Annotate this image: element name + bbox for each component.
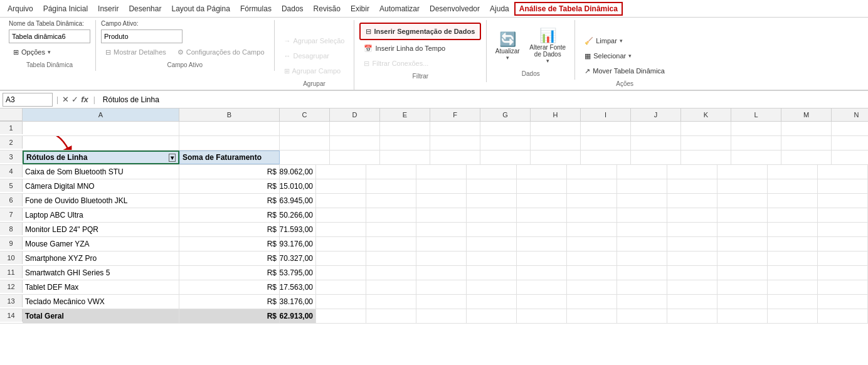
cell-i1[interactable] (581, 122, 631, 135)
cell-d1[interactable] (330, 122, 380, 135)
cell-b6[interactable]: R$ (179, 194, 280, 208)
cell-i13[interactable] (567, 295, 617, 309)
cell-b3[interactable]: Soma de Faturamento (179, 151, 280, 164)
cell-h1[interactable] (531, 122, 581, 135)
cell-m9[interactable] (768, 237, 818, 251)
cell-h7[interactable] (517, 208, 567, 222)
cell-i7[interactable] (567, 208, 617, 222)
cell-l7[interactable] (717, 208, 768, 222)
cell-k6[interactable] (667, 194, 717, 208)
menu-desenhar[interactable]: Desenhar (124, 2, 166, 16)
menu-automatizar[interactable]: Automatizar (374, 2, 425, 16)
cell-b9[interactable]: R$ (179, 237, 280, 251)
dropdown-filter-icon[interactable]: ▾ (169, 154, 176, 162)
inserir-linha-tempo-button[interactable]: 📅 Inserir Linha do Tempo (359, 41, 450, 55)
cell-b5-val[interactable]: 215.010,00 (280, 179, 316, 193)
alterar-fonte-button[interactable]: 📊 Alterar Fontede Dados ▾ (526, 24, 569, 68)
cell-g5[interactable] (467, 179, 517, 193)
cell-n5[interactable] (818, 179, 868, 193)
cell-g1[interactable] (480, 122, 531, 135)
col-header-g[interactable]: G (480, 108, 531, 121)
row-num-11[interactable]: 11 (0, 266, 23, 278)
cell-n10[interactable] (818, 251, 868, 265)
cell-n6[interactable] (818, 194, 868, 208)
cell-i6[interactable] (567, 194, 617, 208)
cell-g9[interactable] (467, 237, 517, 251)
cell-b12[interactable]: R$ (179, 280, 280, 294)
cell-i2[interactable] (581, 136, 631, 150)
cell-e1[interactable] (380, 122, 430, 135)
filtrar-conexoes-button[interactable]: ⊟ Filtrar Conexões... (359, 56, 433, 70)
cell-i12[interactable] (567, 280, 617, 294)
cell-b11-val[interactable]: 153.795,00 (280, 266, 316, 280)
menu-analise-tabela-dinamica[interactable]: Análise de Tabela Dinâmica (514, 2, 623, 16)
atualizar-button[interactable]: 🔄 Atualizar ▾ (492, 24, 523, 68)
menu-arquivo[interactable]: Arquivo (3, 2, 38, 16)
cell-l2[interactable] (731, 136, 781, 150)
col-header-i[interactable]: I (581, 108, 631, 121)
cell-k10[interactable] (667, 251, 717, 265)
cell-m2[interactable] (781, 136, 832, 150)
cell-b1[interactable] (179, 122, 280, 135)
cell-a8[interactable]: Monitor LED 24" PQR (23, 223, 179, 236)
cell-c3[interactable] (280, 151, 330, 164)
cell-e7[interactable] (366, 208, 416, 222)
cell-g6[interactable] (467, 194, 517, 208)
cell-f5[interactable] (416, 179, 467, 193)
cell-g10[interactable] (467, 251, 517, 265)
cell-l8[interactable] (717, 223, 768, 236)
cell-g3[interactable] (480, 151, 531, 164)
cell-j1[interactable] (631, 122, 681, 135)
menu-exibir[interactable]: Exibir (346, 2, 374, 16)
cell-k8[interactable] (667, 223, 717, 236)
cell-n11[interactable] (818, 266, 868, 280)
cell-g2[interactable] (480, 136, 531, 150)
menu-inserir[interactable]: Inserir (93, 2, 124, 16)
cell-h9[interactable] (517, 237, 567, 251)
cell-i10[interactable] (567, 251, 617, 265)
cell-f12[interactable] (416, 280, 467, 294)
cell-d9[interactable] (316, 237, 366, 251)
cell-e12[interactable] (366, 280, 416, 294)
cell-b11[interactable]: R$ (179, 266, 280, 280)
cell-d4[interactable] (316, 165, 366, 179)
cell-n12[interactable] (818, 280, 868, 294)
cell-n2[interactable] (832, 136, 868, 150)
cell-b10[interactable]: R$ (179, 251, 280, 265)
cell-l3[interactable] (731, 151, 781, 164)
cell-g12[interactable] (467, 280, 517, 294)
mostrar-detalhes-button[interactable]: ⊟ Mostrar Detalhes (101, 45, 171, 59)
cell-a9[interactable]: Mouse Gamer YZA (23, 237, 179, 251)
cell-d5[interactable] (316, 179, 366, 193)
cell-i14[interactable] (567, 309, 617, 323)
cell-b12-val[interactable]: 217.563,00 (280, 280, 316, 294)
cell-l10[interactable] (717, 251, 768, 265)
cell-j11[interactable] (617, 266, 667, 280)
cell-f11[interactable] (416, 266, 467, 280)
limpar-button[interactable]: 🧹 Limpar ▾ (580, 34, 627, 48)
row-num-14[interactable]: 14 (0, 309, 23, 322)
cell-h4[interactable] (517, 165, 567, 179)
cell-e14[interactable] (366, 309, 416, 323)
cell-i4[interactable] (567, 165, 617, 179)
cell-b13-val[interactable]: 238.176,00 (280, 295, 316, 309)
cell-e10[interactable] (366, 251, 416, 265)
cell-f1[interactable] (430, 122, 480, 135)
cell-i5[interactable] (567, 179, 617, 193)
check-icon[interactable]: ✓ (71, 95, 78, 104)
cell-d10[interactable] (316, 251, 366, 265)
cell-k2[interactable] (681, 136, 731, 150)
campo-ativo-input[interactable] (101, 29, 183, 43)
row-num-9[interactable]: 9 (0, 237, 23, 250)
cell-m11[interactable] (768, 266, 818, 280)
cell-n7[interactable] (818, 208, 868, 222)
cell-b10-val[interactable]: 170.327,00 (280, 251, 316, 265)
cell-a12[interactable]: Tablet DEF Max (23, 280, 179, 294)
cell-j12[interactable] (617, 280, 667, 294)
cell-k11[interactable] (667, 266, 717, 280)
row-num-4[interactable]: 4 (0, 165, 23, 177)
cell-g4[interactable] (467, 165, 517, 179)
cell-f9[interactable] (416, 237, 467, 251)
cell-l13[interactable] (717, 295, 768, 309)
row-num-5[interactable]: 5 (0, 179, 23, 192)
